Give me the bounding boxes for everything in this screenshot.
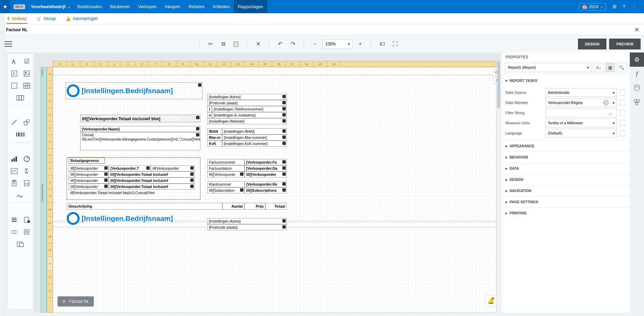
- field-col-totaal[interactable]: Totaal: [265, 203, 287, 210]
- smart-tag-icon[interactable]: [196, 127, 199, 130]
- prop-lang[interactable]: (Default)▾: [545, 129, 617, 138]
- smart-tag-icon[interactable]: [146, 166, 150, 170]
- field-btw[interactable]: [Instellingen.Btw-nummer]: [222, 134, 287, 141]
- prop-reset-button[interactable]: [620, 120, 626, 126]
- smart-tag-icon[interactable]: [282, 160, 286, 164]
- preview-mode-button[interactable]: PREVIEW: [609, 39, 641, 49]
- tool-line[interactable]: [8, 116, 20, 128]
- nav-boekhouden[interactable]: Boekhouden: [73, 0, 106, 13]
- dock-expressions-icon[interactable]: ƒ: [630, 67, 644, 81]
- prop-reset-button[interactable]: [620, 110, 626, 116]
- subnav-inkoop[interactable]: 🛒Inkoop: [36, 14, 57, 23]
- dock-explorer-icon[interactable]: [630, 95, 644, 109]
- cut-button[interactable]: ✂: [205, 39, 216, 49]
- app-logo[interactable]: ★: [0, 0, 10, 13]
- tool-character-comb[interactable]: [8, 92, 33, 104]
- section-report-tasks[interactable]: ▾REPORT TASKS: [501, 75, 630, 86]
- smart-tag-icon[interactable]: [282, 188, 286, 192]
- field-container-company[interactable]: [65, 82, 202, 99]
- section-data[interactable]: ▸DATA: [501, 163, 630, 174]
- field-factnr-label[interactable]: Factuurnummer: [207, 159, 244, 165]
- prop-datamember[interactable]: Verkooporder.Regels✕▾: [545, 98, 617, 107]
- tool-pagebreak[interactable]: [8, 226, 20, 238]
- tool-chart[interactable]: [8, 153, 20, 165]
- tool-panel[interactable]: [8, 80, 20, 92]
- close-icon[interactable]: ✕: [634, 26, 639, 34]
- design-mode-button[interactable]: DESIGN: [578, 39, 606, 49]
- band-strip[interactable]: TopM... ReportHeader1: [41, 67, 47, 313]
- zoom-combo[interactable]: 100%▾: [322, 39, 353, 49]
- smart-tag-icon[interactable]: [198, 83, 201, 87]
- smart-tag-icon[interactable]: [190, 185, 194, 188]
- subnav-aanmaningen[interactable]: 🔔Aanmaningen: [65, 14, 99, 23]
- help-icon[interactable]: ?: [623, 4, 625, 9]
- smart-tag-icon[interactable]: [282, 182, 286, 186]
- smart-tag-icon[interactable]: [282, 135, 286, 139]
- close-icon[interactable]: ✕: [62, 299, 66, 304]
- zoom-in-button[interactable]: ＋: [355, 39, 366, 49]
- field-tel-label[interactable]: t: [207, 106, 212, 112]
- tool-pageinfo[interactable]: [20, 214, 33, 226]
- field-iban[interactable]: [Instellingen.IBAN]: [222, 128, 287, 134]
- smart-tag-icon[interactable]: [104, 185, 108, 188]
- field-col-prijs[interactable]: Prijs: [244, 203, 265, 210]
- company-selector[interactable]: Voorbeeldbedrijf ⌄: [28, 4, 73, 9]
- smart-tag-icon[interactable]: [190, 178, 194, 182]
- field-line1a[interactable]: Iif([Verkooporder: [69, 165, 109, 171]
- tool-subreport[interactable]: [8, 238, 33, 250]
- smart-tag-icon[interactable]: [282, 166, 286, 170]
- scope-selector[interactable]: Report1 (Report)▾: [505, 63, 592, 72]
- nav-relaties[interactable]: Relaties: [185, 0, 209, 13]
- field-kvk[interactable]: [Instellingen.KvK-nummer]: [222, 141, 287, 147]
- menu-hamburger[interactable]: [5, 38, 16, 50]
- user-icon[interactable]: 👤: [631, 4, 638, 10]
- report-page[interactable]: [Instellingen.Bedrijfsnaam] [Instellinge…: [53, 67, 496, 313]
- nav-artikelen[interactable]: Artikelen: [209, 0, 234, 13]
- tool-table[interactable]: [20, 80, 33, 92]
- smart-tag-icon[interactable]: [282, 219, 286, 223]
- smart-tag-icon[interactable]: [282, 225, 286, 229]
- smart-tag-icon[interactable]: [104, 172, 108, 176]
- field-exp-label[interactable]: Iif([Verkooporde: [207, 171, 244, 177]
- field-factdatum[interactable]: [Verkooporder.Da: [244, 165, 287, 171]
- field-iif-totaal[interactable]: Iif([Verkooporder.Totaal inclusief btw]: [80, 115, 200, 122]
- dock-properties-icon[interactable]: ⚙: [630, 52, 644, 67]
- field-postcode[interactable]: [Postcode plaats]: [207, 100, 287, 106]
- field-postcode-2[interactable]: [Postcode plaats]: [207, 224, 287, 230]
- field-line5[interactable]: Iif[Verkooporder.Totaal inclusief btw]<0…: [69, 190, 197, 196]
- section-design[interactable]: ▸DESIGN: [501, 174, 630, 185]
- tool-label[interactable]: A: [8, 55, 20, 67]
- section-navigation[interactable]: ▸NAVIGATION: [501, 185, 630, 196]
- tool-richtext[interactable]: [8, 67, 20, 80]
- smart-tag-icon[interactable]: [282, 95, 286, 98]
- smart-tag-icon[interactable]: [282, 172, 286, 176]
- scrollbar-thumb[interactable]: [497, 61, 500, 108]
- smart-tag-icon[interactable]: [196, 116, 199, 119]
- tool-pdf[interactable]: PDF: [20, 177, 33, 189]
- field-line4a[interactable]: Iif([Verkooporder: [69, 184, 109, 190]
- design-canvas[interactable]: TopM... ReportHeader1 012345678910111213…: [34, 54, 500, 313]
- field-sub[interactable]: Iif([Subscriptions: [244, 187, 287, 193]
- field-line3b[interactable]: Iif([Verkooporder.Totaal inclusief: [109, 177, 195, 184]
- section-appearance[interactable]: ▸APPEARANCE: [501, 141, 630, 151]
- smart-tag-icon[interactable]: [240, 172, 243, 176]
- prop-reset-button[interactable]: [620, 89, 626, 96]
- smart-tag-icon[interactable]: [282, 119, 286, 123]
- prop-units[interactable]: Tenths of a Millimeter▾: [545, 119, 617, 127]
- smart-tag-icon[interactable]: [240, 188, 243, 192]
- field-naam[interactable]: [Verkooporder.Naam]: [80, 126, 200, 132]
- smart-tag-icon[interactable]: [282, 113, 286, 117]
- gear-icon[interactable]: ⚙: [612, 4, 617, 10]
- notifications-button[interactable]: 🔔: [485, 295, 497, 307]
- smart-tag-icon[interactable]: [190, 166, 194, 170]
- field-mail-label[interactable]: e: [207, 112, 212, 118]
- field-tel[interactable]: [Instellingen.Telefoonnummer]: [212, 106, 287, 112]
- undo-button[interactable]: ↶: [275, 39, 285, 49]
- nav-verkopen[interactable]: Verkopen: [134, 0, 161, 13]
- tool-shape[interactable]: [20, 116, 33, 128]
- field-logo-company-2[interactable]: [Instellingen.Bedrijfsnaam]: [67, 212, 173, 225]
- smart-tag-icon[interactable]: [282, 101, 286, 104]
- tool-sparkline[interactable]: [8, 165, 20, 177]
- search-props-button[interactable]: 🔍: [617, 63, 626, 72]
- field-adres-2[interactable]: [Instellingen.Adres]: [207, 218, 287, 224]
